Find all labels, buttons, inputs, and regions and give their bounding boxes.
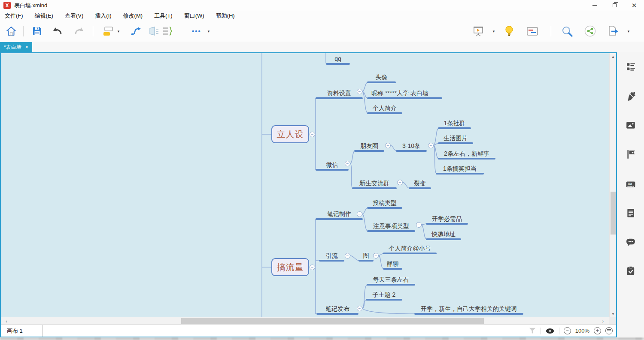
vertical-scrollbar[interactable]: ▲ ▼ xyxy=(609,53,616,317)
export-button[interactable] xyxy=(606,24,620,38)
topic-xinsheng-jiaoliuqun[interactable]: 新生交流群 xyxy=(353,179,396,187)
topic-1-tiao-shequn[interactable]: 1条社群 xyxy=(439,119,470,127)
collapse-button[interactable]: − xyxy=(373,253,379,259)
topic-touxiang[interactable]: 头像 xyxy=(368,73,395,81)
marker-panel-button[interactable] xyxy=(626,149,636,159)
collapse-button[interactable]: − xyxy=(416,222,422,228)
tab-biaobaiqiang[interactable]: *表白墙 × xyxy=(0,42,32,52)
relationship-button[interactable] xyxy=(129,24,143,38)
topic-li-ren-she[interactable]: 立人设 xyxy=(271,125,309,143)
format-panel-button[interactable] xyxy=(626,91,636,102)
topic-shape-dropdown[interactable]: ▾ xyxy=(115,24,122,38)
topic-3-10-tiao[interactable]: 3-10条 xyxy=(397,141,426,150)
topic-guanjianci[interactable]: 开学，新生，自己大学相关的关键词 xyxy=(415,304,522,313)
mindmap-canvas[interactable]: 立人设 搞流量 qq 头像 昵称 *****大学 表白墙 个人简介 资料设置 朋… xyxy=(1,53,616,317)
topic-zhuyi-shixiang[interactable]: 注意事项类型 xyxy=(368,222,414,230)
topic-pengyouquan[interactable]: 朋友圈 xyxy=(355,141,383,150)
topic-qq[interactable]: qq xyxy=(327,54,349,63)
topic-kuaidi-dizhi[interactable]: 快递地址 xyxy=(427,230,460,238)
export-dropdown[interactable]: ▾ xyxy=(625,24,632,38)
share-button[interactable] xyxy=(583,24,597,38)
minimize-icon xyxy=(592,5,597,6)
outline-panel-button[interactable] xyxy=(626,61,636,72)
topic-2-tiao-xinxianshi[interactable]: 2条左右，新鲜事 xyxy=(439,149,495,158)
collapse-button[interactable]: − xyxy=(345,161,350,166)
topic-jianjie-xiaohao[interactable]: 个人简介@小号 xyxy=(384,244,436,253)
menu-window[interactable]: 窗口(W) xyxy=(184,12,204,20)
undo-button[interactable] xyxy=(51,24,64,38)
topic-1-tiao-gaoxiao[interactable]: 1条搞笑担当 xyxy=(437,164,483,173)
fit-map-button[interactable] xyxy=(605,327,613,334)
topic-gao-liu-liang[interactable]: 搞流量 xyxy=(271,258,309,276)
boundary-button[interactable] xyxy=(147,24,161,38)
topic-liebian[interactable]: 裂变 xyxy=(410,179,430,187)
topic-qunliao[interactable]: 群聊 xyxy=(384,259,401,268)
menu-insert[interactable]: 插入(I) xyxy=(95,12,111,20)
comments-panel-button[interactable] xyxy=(626,237,636,247)
topic-geren-jianjie[interactable]: 个人简介 xyxy=(368,104,401,112)
presentation-dropdown[interactable]: ▾ xyxy=(490,24,497,38)
close-button[interactable]: ✕ xyxy=(624,0,644,11)
topic-shenghuo-tupian[interactable]: 生活图片 xyxy=(439,134,472,142)
scroll-right-arrow[interactable]: › xyxy=(599,317,607,325)
topic-biji-zhizuo[interactable]: 笔记制作 xyxy=(316,210,362,218)
collapse-button[interactable]: − xyxy=(385,143,391,148)
eye-icon[interactable] xyxy=(545,328,555,334)
restore-button[interactable] xyxy=(605,0,624,11)
more-tools-dropdown[interactable]: ▾ xyxy=(205,24,212,38)
idea-button[interactable] xyxy=(502,24,516,38)
task-panel-button[interactable] xyxy=(626,266,636,276)
background-strip xyxy=(0,337,644,340)
topic-meitian-santiao[interactable]: 每天三条左右 xyxy=(368,275,414,284)
collapse-button[interactable]: − xyxy=(428,143,434,148)
collapse-button[interactable]: − xyxy=(357,211,362,217)
topic-zizhuti-2[interactable]: 子主题 2 xyxy=(367,290,401,299)
topic-kaixue-bixupin[interactable]: 开学必需品 xyxy=(427,214,467,223)
home-button[interactable] xyxy=(4,24,18,38)
menu-edit[interactable]: 编辑(E) xyxy=(35,12,53,20)
save-button[interactable] xyxy=(30,24,44,38)
collapse-button[interactable]: − xyxy=(357,306,362,311)
notes-panel-button[interactable] xyxy=(626,208,636,218)
menu-modify[interactable]: 修改(M) xyxy=(123,12,143,20)
horizontal-scrollbar[interactable]: ‹ › xyxy=(1,317,616,325)
scroll-up-arrow[interactable]: ▲ xyxy=(610,53,616,60)
collapse-button[interactable]: − xyxy=(397,180,403,185)
scroll-down-arrow[interactable]: ▼ xyxy=(610,310,616,317)
menu-view[interactable]: 查看(V) xyxy=(65,12,83,20)
label-panel-button[interactable]: Aa xyxy=(626,179,636,190)
notes-icon xyxy=(626,208,636,218)
presentation-button[interactable] xyxy=(471,24,485,38)
topic-ziliao-shezhi[interactable]: 资料设置 xyxy=(316,89,362,97)
filter-icon[interactable] xyxy=(529,327,536,334)
collapse-button[interactable]: − xyxy=(345,253,350,259)
zoom-out-button[interactable]: − xyxy=(564,327,571,334)
topic-weixin[interactable]: 微信 xyxy=(316,160,348,169)
scroll-left-arrow[interactable]: ‹ xyxy=(3,317,10,325)
menu-tools[interactable]: 工具(T) xyxy=(154,12,173,20)
topic-shape-button[interactable] xyxy=(101,24,115,38)
topic-biji-fabu[interactable]: 笔记发布 xyxy=(317,304,358,313)
menu-help[interactable]: 帮助(H) xyxy=(216,12,235,20)
topic-yinliu[interactable]: 引流 xyxy=(320,251,343,260)
vertical-scroll-thumb[interactable] xyxy=(611,192,616,235)
redo-button[interactable] xyxy=(72,24,86,38)
horizontal-scroll-thumb[interactable] xyxy=(181,318,484,324)
collapse-button[interactable]: − xyxy=(310,132,315,137)
image-panel-button[interactable] xyxy=(626,120,636,130)
sheet-tab-canvas-1[interactable]: 画布 1 xyxy=(1,325,43,337)
topic-nicheng[interactable]: 昵称 *****大学 表白墙 xyxy=(368,89,441,97)
topic-tougao-leixing[interactable]: 投稿类型 xyxy=(368,199,401,207)
minimize-button[interactable] xyxy=(585,0,605,11)
more-tools-button[interactable]: ••• xyxy=(188,24,205,38)
topic-tu[interactable]: 图 xyxy=(359,251,373,260)
zoom-in-button[interactable]: + xyxy=(594,327,601,334)
collapse-button[interactable]: − xyxy=(310,265,315,270)
gantt-button[interactable] xyxy=(526,24,539,38)
tab-close-icon[interactable]: × xyxy=(25,45,28,50)
home-icon xyxy=(6,26,17,37)
menu-file[interactable]: 文件(F) xyxy=(5,12,23,20)
search-button[interactable] xyxy=(560,24,574,38)
collapse-button[interactable]: − xyxy=(357,89,362,94)
summary-button[interactable] xyxy=(161,24,174,38)
